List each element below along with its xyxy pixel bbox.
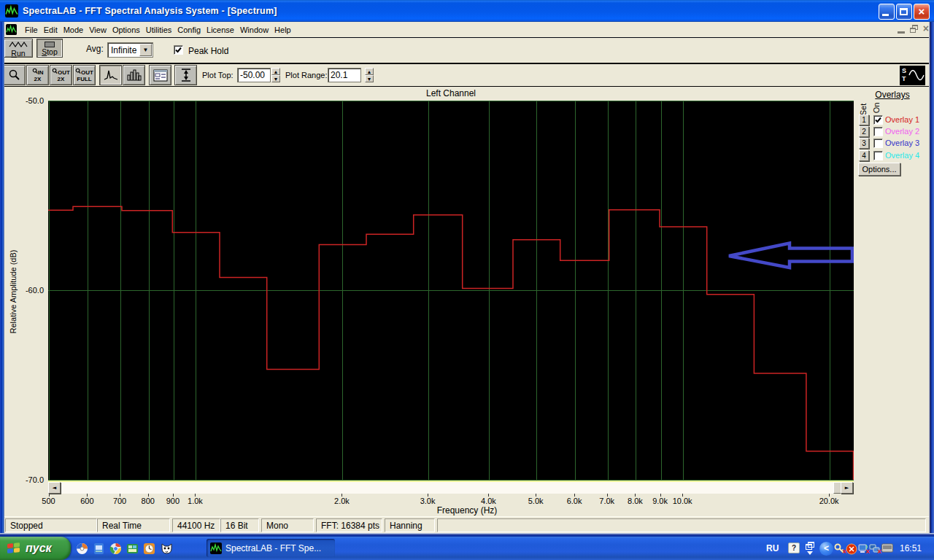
plot-top-input[interactable]: -50.00: [237, 68, 271, 82]
overlay-set-button-2[interactable]: 2: [859, 126, 869, 137]
signal-type-icon[interactable]: ST: [900, 66, 925, 85]
overlays-panel: Overlays Set On 1Overlay 12Overlay 23Ove…: [856, 88, 929, 182]
x-tick-500: 500: [33, 497, 65, 505]
scroll-right-button[interactable]: ►: [841, 482, 853, 494]
overlay-set-button-4[interactable]: 4: [859, 150, 869, 161]
overlay-checkbox-3[interactable]: [873, 139, 883, 148]
y-tick--70.0: -70.0: [10, 475, 44, 484]
overlay-checkbox-1[interactable]: [873, 115, 883, 125]
zoom-in-2x-button[interactable]: IN 2X: [26, 65, 49, 85]
window-title: SpectraLAB - FFT Spectral Analysis Syste…: [23, 6, 277, 16]
magnifier-small-icon: [52, 68, 58, 74]
overlays-options-button[interactable]: Options...: [858, 163, 900, 176]
overlay-checkbox-2[interactable]: [873, 127, 883, 136]
bar-view-button[interactable]: [123, 65, 145, 85]
minimize-button[interactable]: [879, 4, 895, 20]
x-tick-mark-700: [120, 494, 120, 497]
tray-collapse-chevron[interactable]: <: [819, 542, 833, 556]
quicklaunch-fox-icon[interactable]: [161, 542, 173, 555]
magnifier-small-icon: [32, 68, 38, 74]
plot-top-spin-down[interactable]: ▼: [271, 75, 280, 82]
avg-dropdown-arrow-icon[interactable]: ▼: [139, 44, 152, 56]
tray-device-icon[interactable]: [881, 543, 893, 554]
x-tick-mark-2.0k: [341, 494, 342, 497]
zoom-out-full-button[interactable]: OUT FULL: [73, 65, 96, 85]
menu-item-help[interactable]: Help: [271, 23, 294, 36]
zoom-button[interactable]: [3, 65, 26, 85]
x-tick-mark-800: [148, 494, 149, 497]
status-panel-2: 44100 Hz: [172, 518, 220, 532]
overlay-label-4: Overlay 4: [885, 151, 919, 160]
x-tick-3.0k: 3.0k: [412, 497, 444, 505]
zoom-out-top-label: OUT: [58, 69, 70, 76]
x-tick-2.0k: 2.0k: [325, 497, 358, 505]
taskbar: пуск SpectraLAB - FFT Spe... RU ? < × × …: [0, 537, 934, 560]
menu-item-options[interactable]: Options: [109, 23, 143, 36]
x-tick-mark-5.0k: [536, 494, 536, 497]
scroll-left-button[interactable]: ◄: [48, 482, 61, 494]
spectrum-view-button[interactable]: [99, 65, 122, 85]
menu-item-mode[interactable]: Mode: [61, 23, 87, 36]
plot-top-spinner: ▲ ▼: [271, 68, 280, 82]
zoom-out-2x-button[interactable]: OUT 2X: [50, 65, 72, 85]
window-border-right: [929, 22, 934, 533]
x-tick-mark-7.0k: [607, 494, 608, 497]
mdi-minimize-button[interactable]: [898, 24, 905, 34]
overlay-row-2: 2Overlay 2: [856, 126, 929, 138]
tray-network1-icon[interactable]: ×: [857, 543, 869, 554]
tray-network2-icon[interactable]: ×: [869, 543, 881, 554]
title-bar: SpectraLAB - FFT Spectral Analysis Syste…: [0, 0, 934, 22]
app-icon: [5, 4, 18, 18]
plot-range-spin-up[interactable]: ▲: [365, 68, 374, 75]
bars-icon: [127, 69, 142, 82]
quicklaunch-clock-icon[interactable]: [143, 542, 155, 555]
sine-icon: [908, 67, 925, 83]
plot-range-input[interactable]: 20.1: [328, 68, 361, 82]
spectrum-trace: [48, 206, 854, 480]
run-button[interactable]: Run: [4, 39, 33, 58]
quicklaunch-chrome-icon[interactable]: [109, 542, 122, 555]
menu-item-view[interactable]: View: [86, 23, 109, 36]
autoscale-button[interactable]: [174, 65, 197, 85]
close-button[interactable]: ×: [914, 4, 930, 20]
tray-restore-icon[interactable]: [806, 542, 814, 550]
display-options-button[interactable]: [149, 65, 171, 85]
peak-hold-checkbox[interactable]: [174, 45, 183, 55]
windows-logo-icon: [7, 542, 21, 555]
x-tick-20.0k: 20.0k: [813, 497, 845, 505]
avg-dropdown[interactable]: Infinite ▼: [107, 42, 153, 58]
plot-range-spin-down[interactable]: ▼: [365, 75, 374, 82]
maximize-button[interactable]: [896, 4, 912, 20]
menu-item-config[interactable]: Config: [174, 23, 204, 36]
overlay-set-button-1[interactable]: 1: [859, 114, 869, 125]
x-tick-mark-10.0k: [682, 494, 683, 497]
peak-hold-label: Peak Hold: [188, 46, 228, 56]
quicklaunch-media-player-icon[interactable]: [76, 542, 88, 555]
menu-item-edit[interactable]: Edit: [41, 23, 61, 36]
status-panel-1: Real Time: [97, 518, 170, 532]
keyboard-layout-icon[interactable]: ?: [788, 542, 800, 553]
tray-key-icon[interactable]: ×: [834, 543, 846, 554]
tray-alert-icon[interactable]: [846, 543, 857, 554]
mdi-restore-button[interactable]: [910, 25, 918, 33]
overlay-label-2: Overlay 2: [885, 127, 919, 136]
quicklaunch-app4-icon[interactable]: [126, 542, 139, 555]
mdi-close-button[interactable]: ×: [923, 24, 929, 34]
start-button[interactable]: пуск: [0, 537, 71, 560]
plot-h-scrollbar[interactable]: ◄ ►: [48, 482, 854, 494]
task-button-label: SpectraLAB - FFT Spe...: [225, 543, 321, 553]
taskbar-clock: 16:51: [900, 543, 922, 553]
menu-item-utilities[interactable]: Utilities: [143, 23, 174, 36]
annotation-arrow: [729, 244, 852, 268]
menu-item-window[interactable]: Window: [237, 23, 271, 36]
language-indicator[interactable]: RU: [766, 543, 779, 553]
overlay-set-button-3[interactable]: 3: [859, 138, 869, 149]
taskbar-task-button[interactable]: SpectraLAB - FFT Spe...: [207, 539, 335, 557]
plot-top-spin-up[interactable]: ▲: [271, 68, 280, 75]
overlay-checkbox-4[interactable]: [873, 151, 883, 160]
stop-button[interactable]: Stop: [36, 39, 63, 58]
menu-item-file[interactable]: File: [22, 23, 41, 36]
x-tick-10.0k: 10.0k: [666, 497, 698, 505]
menu-item-license[interactable]: License: [204, 23, 237, 36]
quicklaunch-app2-icon[interactable]: [93, 542, 105, 555]
